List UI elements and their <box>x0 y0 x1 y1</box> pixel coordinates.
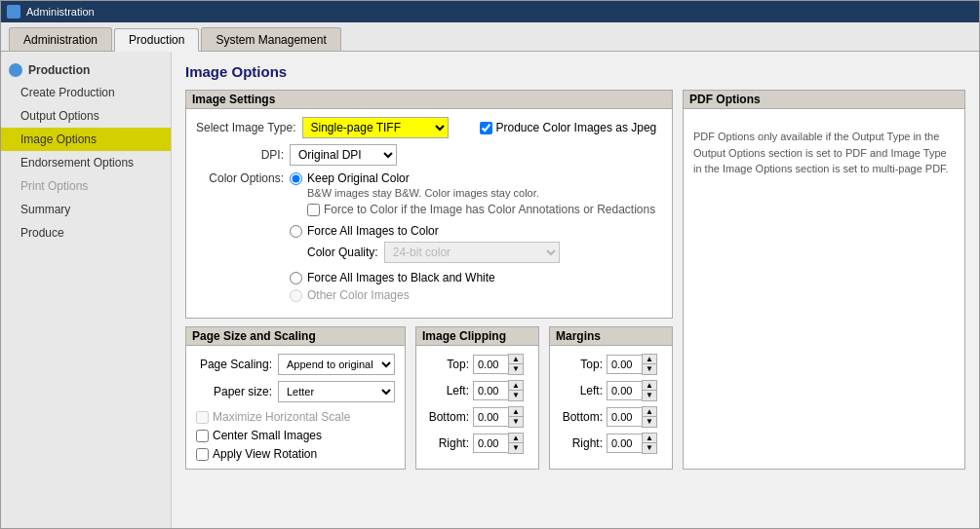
page-title: Image Options <box>185 63 965 80</box>
clipping-top-up[interactable]: ▲ <box>509 355 523 364</box>
center-small-images-row: Center Small Images <box>196 429 395 442</box>
clipping-bottom-input[interactable] <box>473 407 508 427</box>
margins-right-input[interactable] <box>607 434 642 453</box>
clipping-right-row: Right: ▲ ▼ <box>426 433 529 454</box>
image-settings-section: Image Settings Select Image Type: Single… <box>185 90 673 319</box>
maximize-horizontal-label: Maximize Horizontal Scale <box>213 410 350 424</box>
keep-original-color-row: Keep Original Color <box>290 171 655 185</box>
force-to-color-label: Force to Color if the Image has Color An… <box>324 203 655 216</box>
margins-bottom-btns: ▲ ▼ <box>642 406 657 428</box>
force-to-color-checkbox[interactable] <box>307 204 320 216</box>
force-all-color-radio[interactable] <box>290 225 302 238</box>
page-size-title: Page Size and Scaling <box>192 329 316 343</box>
paper-size-select[interactable]: Letter A4 Legal Tabloid <box>278 381 395 402</box>
sidebar: Production Create Production Output Opti… <box>1 52 172 528</box>
clipping-bottom-label: Bottom: <box>426 410 469 424</box>
margins-left-spinner: ▲ ▼ <box>607 380 657 401</box>
force-bw-radio[interactable] <box>290 272 302 284</box>
sidebar-item-create-production[interactable]: Create Production <box>1 81 171 104</box>
margins-bottom-label: Bottom: <box>560 410 603 424</box>
margins-top-up[interactable]: ▲ <box>643 355 656 364</box>
page-scaling-select[interactable]: Append to original Fit to page Stretch t… <box>278 354 395 375</box>
sidebar-item-output-options[interactable]: Output Options <box>1 104 171 128</box>
clipping-right-up[interactable]: ▲ <box>509 434 523 443</box>
clipping-left-down[interactable]: ▼ <box>509 391 523 400</box>
tab-administration[interactable]: Administration <box>9 27 112 51</box>
clipping-bottom-up[interactable]: ▲ <box>509 407 523 417</box>
margins-left-down[interactable]: ▼ <box>643 391 656 400</box>
image-settings-title: Image Settings <box>192 93 275 106</box>
clipping-top-spinner: ▲ ▼ <box>473 354 524 375</box>
tab-system-management[interactable]: System Management <box>201 27 340 51</box>
keep-original-color-label: Keep Original Color <box>307 171 410 185</box>
paper-size-row: Paper size: Letter A4 Legal Tabloid <box>196 381 395 402</box>
image-type-label: Select Image Type: <box>196 121 296 134</box>
content-area: Production Create Production Output Opti… <box>1 52 979 528</box>
image-clipping-title: Image Clipping <box>422 329 506 343</box>
margins-top-btns: ▲ ▼ <box>642 354 657 375</box>
clipping-right-down[interactable]: ▼ <box>509 443 523 453</box>
dpi-select[interactable]: Original DPI 72 DPI 96 DPI 150 DPI 200 D… <box>290 144 397 166</box>
force-to-color-row: Force to Color if the Image has Color An… <box>307 203 655 216</box>
pdf-options-note: PDF Options only available if the Output… <box>693 129 955 177</box>
color-options-label: Color Options: <box>196 171 284 185</box>
page-size-scaling-section: Page Size and Scaling Page Scaling: Appe… <box>185 326 406 470</box>
main-window: Administration Administration Production… <box>0 0 980 529</box>
produce-color-checkbox[interactable] <box>480 122 492 134</box>
clipping-top-label: Top: <box>426 358 469 371</box>
margins-right-down[interactable]: ▼ <box>643 443 656 453</box>
pdf-options-header: PDF Options <box>684 91 964 109</box>
clipping-right-spinner: ▲ ▼ <box>473 433 524 454</box>
clipping-left-up[interactable]: ▲ <box>509 381 523 391</box>
color-quality-select[interactable]: 24-bit color 16-bit color 8-bit color <box>384 242 560 263</box>
margins-bottom-down[interactable]: ▼ <box>643 417 656 427</box>
margins-top-down[interactable]: ▼ <box>643 364 656 374</box>
margins-left-input[interactable] <box>607 381 642 400</box>
center-small-images-label: Center Small Images <box>213 429 322 442</box>
sidebar-item-endorsement-options[interactable]: Endorsement Options <box>1 151 171 174</box>
margins-left-up[interactable]: ▲ <box>643 381 656 391</box>
center-small-images-checkbox[interactable] <box>196 430 209 442</box>
page-size-header: Page Size and Scaling <box>186 327 405 346</box>
apply-view-rotation-row: Apply View Rotation <box>196 447 395 461</box>
margins-right-up[interactable]: ▲ <box>643 434 656 443</box>
margins-bottom-up[interactable]: ▲ <box>643 407 656 417</box>
left-panel: Image Settings Select Image Type: Single… <box>185 90 673 470</box>
clipping-bottom-spinner: ▲ ▼ <box>473 406 524 428</box>
color-options-row: Color Options: Keep Original Color B&W i… <box>196 171 662 302</box>
sidebar-item-produce[interactable]: Produce <box>1 221 171 245</box>
page-scaling-label: Page Scaling: <box>196 358 272 371</box>
app-icon <box>7 5 20 19</box>
margins-bottom-row: Bottom: ▲ ▼ <box>560 406 662 428</box>
clipping-left-input[interactable] <box>473 381 508 400</box>
pdf-options-title: PDF Options <box>689 93 761 106</box>
other-color-row: Other Color Images <box>290 288 655 302</box>
tab-production[interactable]: Production <box>114 28 199 52</box>
clipping-top-input[interactable] <box>473 355 508 374</box>
clipping-bottom-down[interactable]: ▼ <box>509 417 523 427</box>
sidebar-item-print-options: Print Options <box>1 174 171 198</box>
image-type-select[interactable]: Single-page TIFF Multi-page TIFF JPEG PD… <box>302 117 449 138</box>
apply-view-rotation-label: Apply View Rotation <box>213 447 317 461</box>
sidebar-item-image-options[interactable]: Image Options <box>1 128 171 151</box>
margins-right-btns: ▲ ▼ <box>642 433 657 454</box>
force-bw-label: Force All Images to Black and White <box>307 271 495 284</box>
margins-left-label: Left: <box>560 384 603 397</box>
margins-top-row: Top: ▲ ▼ <box>560 354 662 375</box>
keep-original-color-radio[interactable] <box>290 172 302 185</box>
margins-top-input[interactable] <box>607 355 642 374</box>
apply-view-rotation-checkbox[interactable] <box>196 448 209 461</box>
margins-bottom-input[interactable] <box>607 407 642 427</box>
clipping-right-input[interactable] <box>473 434 508 453</box>
clipping-bottom-row: Bottom: ▲ ▼ <box>426 406 529 428</box>
image-settings-header: Image Settings <box>186 91 672 109</box>
dpi-row: DPI: Original DPI 72 DPI 96 DPI 150 DPI … <box>196 144 662 166</box>
clipping-top-down[interactable]: ▼ <box>509 364 523 374</box>
clipping-left-row: Left: ▲ ▼ <box>426 380 529 401</box>
image-clipping-section: Image Clipping Top: ▲ ▼ <box>415 326 539 470</box>
maximize-horizontal-checkbox <box>196 411 209 424</box>
right-panel: PDF Options PDF Options only available i… <box>683 90 965 470</box>
sidebar-item-summary[interactable]: Summary <box>1 198 171 221</box>
dpi-label: DPI: <box>196 148 284 162</box>
image-type-row: Select Image Type: Single-page TIFF Mult… <box>196 117 662 138</box>
